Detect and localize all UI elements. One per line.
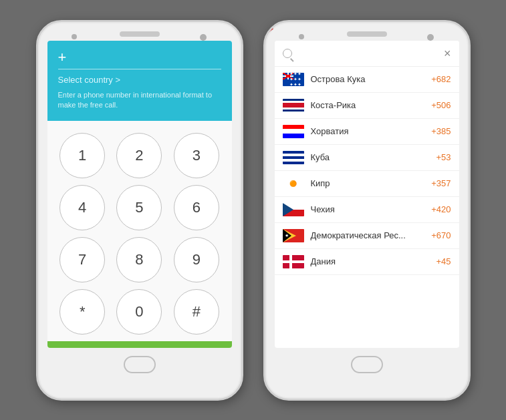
right-phone-screen: × ✦✦✦✦✦✦✦✦✦ [275, 41, 459, 348]
search-icon [283, 49, 292, 58]
flag-czech [283, 203, 304, 216]
left-phone: + Select country > Enter a phone number … [36, 20, 243, 401]
country-code: +357 [431, 178, 451, 188]
country-list: ✦✦✦✦✦✦✦✦✦ Острова Кука +682 Коста-Рика [275, 67, 459, 275]
country-name: Кипр [311, 178, 425, 188]
country-code: +506 [431, 100, 451, 110]
left-dot-icon [72, 34, 77, 39]
keypad-row-4: * 0 # [54, 289, 225, 335]
phone-top-right [265, 22, 469, 41]
country-name: Хорватия [311, 126, 425, 136]
flag-croatia [283, 125, 304, 138]
country-name: Коста-Рика [311, 100, 425, 110]
left-phone-bottom [38, 348, 241, 384]
camera-icon [200, 34, 207, 41]
list-item[interactable]: ✦✦✦✦✦✦✦✦✦ Острова Кука +682 [275, 67, 459, 93]
home-button-right[interactable] [351, 356, 383, 373]
key-star[interactable]: * [59, 289, 105, 335]
phones-container: + Select country > Enter a phone number … [36, 20, 471, 401]
key-3[interactable]: 3 [174, 133, 219, 178]
list-item[interactable]: Хорватия +385 [275, 119, 459, 145]
phone-top-left [38, 22, 241, 41]
list-item[interactable]: Куба +53 [275, 145, 459, 171]
key-7[interactable]: 7 [59, 237, 105, 282]
flag-cyprus: 🟠 [283, 177, 304, 190]
flag-denmark [283, 255, 304, 268]
speaker-icon [120, 31, 160, 37]
list-item[interactable]: ★ Демократическая Рес... +670 [275, 223, 459, 249]
left-phone-screen: + Select country > Enter a phone number … [47, 41, 232, 348]
flag-cook-islands: ✦✦✦✦✦✦✦✦✦ [283, 73, 304, 86]
dialer-plus-symbol: + [58, 50, 221, 65]
home-button-left[interactable] [124, 356, 156, 373]
dialer-separator [58, 69, 221, 69]
flag-timor: ★ [283, 229, 304, 242]
key-6[interactable]: 6 [174, 185, 219, 230]
list-item[interactable]: Чехия +420 [275, 197, 459, 223]
key-hash[interactable]: # [174, 289, 219, 335]
search-wrap [283, 49, 444, 58]
country-code: +682 [431, 74, 451, 84]
flag-cuba [283, 151, 304, 164]
right-phone: × ✦✦✦✦✦✦✦✦✦ [263, 20, 471, 401]
country-name: Куба [311, 152, 430, 162]
key-5[interactable]: 5 [116, 185, 162, 230]
country-name: Острова Кука [311, 74, 425, 84]
country-name: Дания [311, 256, 430, 266]
list-item[interactable]: 🟠 Кипр +357 [275, 171, 459, 197]
list-item[interactable]: Коста-Рика +506 [275, 93, 459, 119]
keypad-row-2: 4 5 6 [54, 185, 225, 230]
key-4[interactable]: 4 [59, 185, 105, 230]
dialer-header: + Select country > Enter a phone number … [47, 41, 232, 122]
country-code: +670 [431, 230, 451, 240]
right-camera-icon [427, 34, 434, 41]
call-button[interactable]: CALL [47, 341, 232, 347]
country-name: Чехия [311, 204, 425, 214]
list-item[interactable]: Дания +45 [275, 249, 459, 275]
right-speaker-icon [347, 31, 387, 37]
keypad-row-3: 7 8 9 [54, 237, 225, 282]
country-code: +385 [431, 126, 451, 136]
close-icon[interactable]: × [444, 47, 451, 59]
keypad-row-1: 1 2 3 [54, 133, 225, 178]
country-search-header: × [275, 41, 459, 67]
select-country-label[interactable]: Select country > [58, 75, 221, 85]
key-8[interactable]: 8 [116, 237, 162, 282]
key-0[interactable]: 0 [116, 289, 162, 335]
key-2[interactable]: 2 [116, 133, 162, 178]
right-dot-icon [299, 34, 304, 39]
flag-costa-rica [283, 99, 304, 112]
right-phone-bottom [265, 348, 469, 384]
dialer-instruction-text: Enter a phone number in international fo… [58, 90, 221, 111]
key-9[interactable]: 9 [174, 237, 219, 282]
country-name: Демократическая Рес... [311, 230, 425, 240]
dialer-keypad: 1 2 3 4 5 6 7 8 9 * 0 # [47, 121, 232, 341]
key-1[interactable]: 1 [59, 133, 105, 178]
country-code: +53 [436, 152, 451, 162]
country-code: +45 [436, 256, 451, 266]
country-code: +420 [431, 204, 451, 214]
